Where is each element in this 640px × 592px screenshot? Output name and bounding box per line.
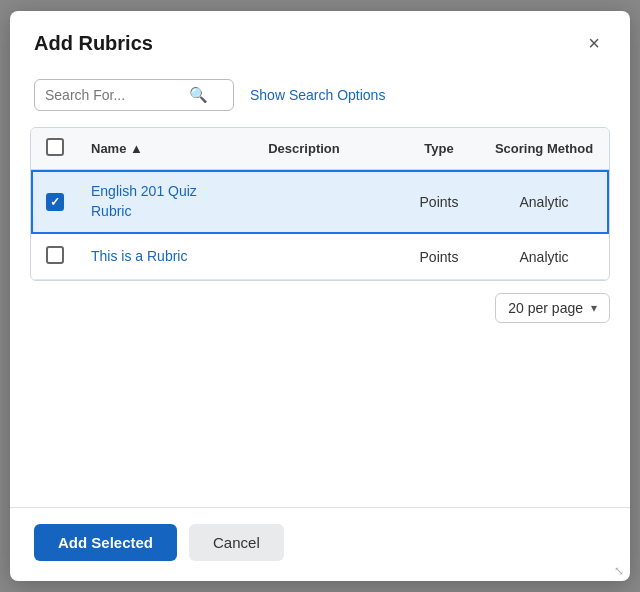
- rubric-type: Points: [399, 170, 479, 234]
- cancel-button[interactable]: Cancel: [189, 524, 284, 561]
- modal-title: Add Rubrics: [34, 32, 153, 55]
- rubric-description: [209, 234, 399, 280]
- row-checkbox[interactable]: [46, 246, 64, 264]
- chevron-down-icon: ▾: [591, 301, 597, 315]
- rubrics-table: Name ▲ Description Type Scoring Method E…: [31, 128, 609, 280]
- search-row: 🔍 Show Search Options: [10, 71, 630, 127]
- rubric-description: [209, 170, 399, 234]
- show-search-options-link[interactable]: Show Search Options: [250, 87, 385, 103]
- header-scoring: Scoring Method: [479, 128, 609, 170]
- table-header-row: Name ▲ Description Type Scoring Method: [31, 128, 609, 170]
- pagination-row: 20 per page ▾: [10, 281, 630, 335]
- rubric-name-link[interactable]: English 201 Quiz Rubric: [91, 183, 197, 219]
- modal-header: Add Rubrics ×: [10, 11, 630, 71]
- table-row[interactable]: English 201 Quiz RubricPointsAnalytic: [31, 170, 609, 234]
- row-checkbox[interactable]: [46, 193, 64, 211]
- header-description: Description: [209, 128, 399, 170]
- search-box: 🔍: [34, 79, 234, 111]
- modal-footer: Add Selected Cancel: [10, 507, 630, 581]
- header-type: Type: [399, 128, 479, 170]
- resize-handle[interactable]: ⤡: [614, 565, 624, 577]
- rubric-scoring: Analytic: [479, 234, 609, 280]
- table-body: English 201 Quiz RubricPointsAnalyticThi…: [31, 170, 609, 280]
- rubrics-table-container: Name ▲ Description Type Scoring Method E…: [30, 127, 610, 281]
- rubric-scoring: Analytic: [479, 170, 609, 234]
- table-row[interactable]: This is a RubricPointsAnalytic: [31, 234, 609, 280]
- rubric-type: Points: [399, 234, 479, 280]
- search-icon: 🔍: [189, 86, 208, 104]
- rubric-name-link[interactable]: This is a Rubric: [91, 248, 187, 264]
- header-check: [31, 128, 79, 170]
- close-button[interactable]: ×: [582, 31, 606, 55]
- search-input[interactable]: [45, 87, 185, 103]
- select-all-checkbox[interactable]: [46, 138, 64, 156]
- add-rubrics-modal: Add Rubrics × 🔍 Show Search Options Name…: [10, 11, 630, 581]
- add-selected-button[interactable]: Add Selected: [34, 524, 177, 561]
- header-name: Name ▲: [79, 128, 209, 170]
- per-page-label: 20 per page: [508, 300, 583, 316]
- per-page-selector[interactable]: 20 per page ▾: [495, 293, 610, 323]
